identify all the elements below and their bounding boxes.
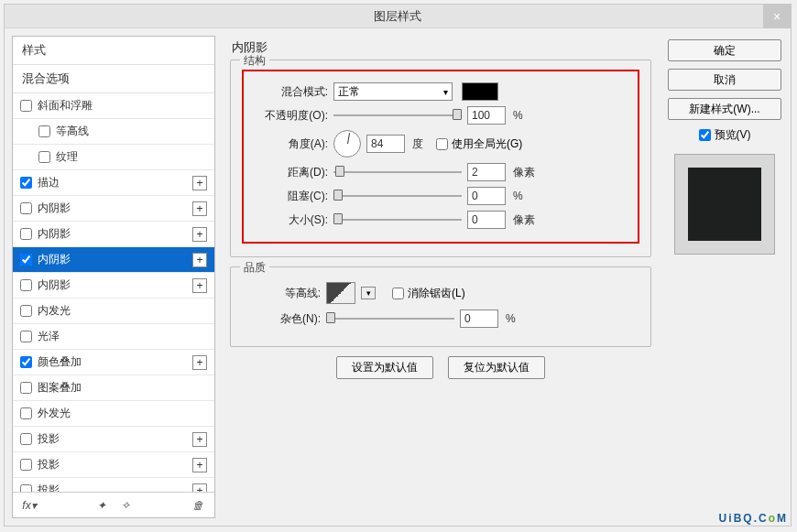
opacity-slider[interactable]: [333, 109, 462, 122]
move-down-icon[interactable]: ✧: [116, 496, 135, 515]
noise-slider[interactable]: [326, 312, 454, 325]
add-effect-button[interactable]: +: [192, 201, 207, 216]
dialog-content: 样式 混合选项 斜面和浮雕等高线纹理描边+内阴影+内阴影+内阴影+内阴影+内发光…: [5, 28, 791, 526]
shadow-color-swatch[interactable]: [462, 82, 498, 101]
style-item-checkbox[interactable]: [20, 407, 32, 419]
angle-input[interactable]: [366, 135, 405, 153]
style-item[interactable]: 内阴影+: [13, 222, 214, 247]
blend-options[interactable]: 混合选项: [13, 65, 214, 93]
preview-checkbox[interactable]: 预览(V): [668, 127, 781, 143]
global-light-input[interactable]: [436, 138, 448, 150]
antialias-input[interactable]: [392, 288, 404, 299]
style-item-checkbox[interactable]: [20, 177, 32, 189]
style-item[interactable]: 投影+: [13, 452, 214, 478]
size-slider[interactable]: [333, 213, 462, 226]
style-item[interactable]: 描边+: [13, 170, 214, 196]
set-default-button[interactable]: 设置为默认值: [336, 356, 433, 379]
style-item-label: 图案叠加: [38, 380, 82, 396]
style-item[interactable]: 外发光: [13, 401, 214, 427]
style-item-label: 投影: [38, 431, 60, 447]
global-light-checkbox[interactable]: 使用全局光(G): [436, 136, 522, 152]
angle-dial[interactable]: [333, 130, 361, 157]
antialias-checkbox[interactable]: 消除锯齿(L): [392, 286, 465, 301]
move-up-icon[interactable]: ✦: [93, 496, 111, 515]
action-panel: 确定 取消 新建样式(W)... 预览(V): [666, 36, 783, 518]
add-effect-button[interactable]: +: [192, 355, 207, 370]
style-item-checkbox[interactable]: [20, 382, 32, 394]
choke-slider[interactable]: [333, 190, 462, 202]
style-item[interactable]: 投影+: [13, 478, 214, 492]
ok-button[interactable]: 确定: [668, 39, 781, 61]
size-unit: 像素: [513, 212, 535, 228]
style-item-checkbox[interactable]: [20, 331, 32, 342]
reset-default-button[interactable]: 复位为默认值: [448, 356, 545, 379]
style-item-checkbox[interactable]: [20, 202, 32, 214]
add-effect-button[interactable]: +: [192, 458, 207, 472]
size-input[interactable]: [467, 211, 506, 229]
style-item-checkbox[interactable]: [20, 356, 32, 368]
opacity-unit: %: [513, 109, 523, 122]
styles-header: 样式: [13, 37, 214, 65]
style-item[interactable]: 内阴影+: [13, 196, 214, 222]
preview-input[interactable]: [699, 129, 711, 141]
preview-swatch: [688, 168, 761, 241]
style-item-label: 内阴影: [38, 277, 71, 293]
style-item-checkbox[interactable]: [20, 279, 32, 291]
style-item-label: 内发光: [38, 303, 71, 319]
add-effect-button[interactable]: +: [192, 278, 207, 293]
new-style-button[interactable]: 新建样式(W)...: [668, 98, 781, 120]
style-item[interactable]: 纹理: [13, 145, 214, 170]
add-effect-button[interactable]: +: [192, 483, 207, 493]
choke-unit: %: [513, 190, 523, 202]
blend-mode-select[interactable]: 正常 ▾: [333, 82, 453, 101]
style-item[interactable]: 斜面和浮雕: [13, 93, 214, 119]
style-item[interactable]: 投影+: [13, 427, 214, 452]
style-item-checkbox[interactable]: [20, 100, 32, 112]
style-item[interactable]: 内阴影+: [13, 273, 214, 299]
style-item-label: 颜色叠加: [38, 354, 82, 370]
distance-input[interactable]: [467, 163, 506, 181]
contour-preview[interactable]: [326, 282, 355, 304]
cancel-button[interactable]: 取消: [668, 69, 781, 91]
distance-label: 距离(D):: [249, 165, 328, 180]
trash-icon[interactable]: 🗑: [189, 496, 207, 515]
style-item-checkbox[interactable]: [20, 228, 32, 240]
add-effect-button[interactable]: +: [192, 253, 207, 267]
add-effect-button[interactable]: +: [192, 432, 207, 447]
layer-style-dialog: 图层样式 × 样式 混合选项 斜面和浮雕等高线纹理描边+内阴影+内阴影+内阴影+…: [4, 4, 792, 527]
style-item-checkbox[interactable]: [20, 254, 32, 266]
style-item-label: 描边: [38, 175, 60, 190]
style-item-checkbox[interactable]: [20, 305, 32, 317]
style-item-label: 投影: [38, 457, 60, 472]
fx-icon[interactable]: fx▾: [20, 496, 38, 515]
style-item[interactable]: 光泽: [13, 324, 214, 350]
opacity-input[interactable]: [467, 106, 506, 125]
highlight-box: 混合模式: 正常 ▾ 不透明度(O): % 角度(: [242, 70, 639, 244]
preview-box: [674, 154, 775, 255]
style-item-checkbox[interactable]: [38, 125, 50, 137]
style-item-label: 光泽: [38, 329, 60, 344]
style-item-checkbox[interactable]: [20, 484, 32, 492]
style-item-label: 内阴影: [38, 201, 71, 216]
default-buttons: 设置为默认值 复位为默认值: [230, 356, 651, 379]
choke-input[interactable]: [467, 187, 506, 205]
opacity-label: 不透明度(O):: [249, 108, 328, 124]
distance-slider[interactable]: [333, 166, 462, 179]
add-effect-button[interactable]: +: [192, 176, 207, 190]
style-item[interactable]: 内发光: [13, 299, 214, 324]
noise-input[interactable]: [460, 309, 498, 328]
style-item-label: 内阴影: [38, 226, 71, 242]
style-item-checkbox[interactable]: [38, 151, 50, 163]
style-item[interactable]: 图案叠加: [13, 375, 214, 401]
style-item[interactable]: 颜色叠加+: [13, 350, 214, 375]
contour-dropdown[interactable]: ▾: [361, 287, 376, 299]
close-button[interactable]: ×: [763, 5, 791, 28]
style-item-checkbox[interactable]: [20, 459, 32, 471]
style-item-checkbox[interactable]: [20, 433, 32, 445]
style-item[interactable]: 内阴影+: [13, 247, 214, 273]
angle-label: 角度(A):: [249, 136, 328, 152]
style-item-label: 外发光: [38, 406, 71, 421]
add-effect-button[interactable]: +: [192, 227, 207, 242]
style-item[interactable]: 等高线: [13, 119, 214, 145]
angle-unit: 度: [412, 136, 423, 152]
